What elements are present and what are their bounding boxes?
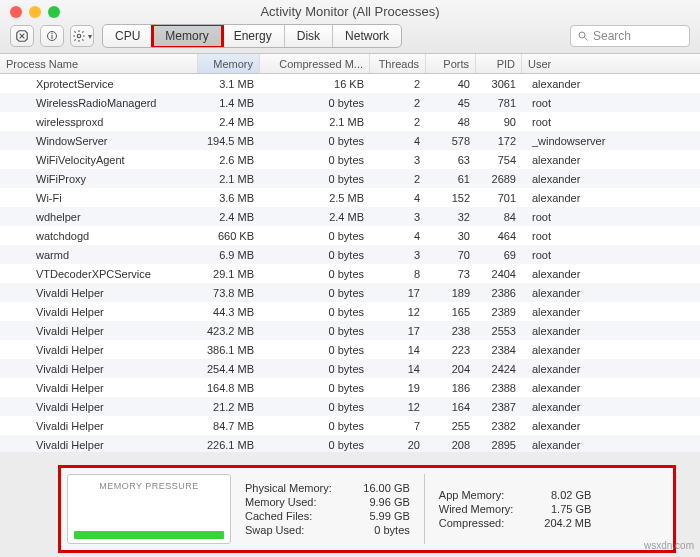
table-row[interactable]: Vivaldi Helper254.4 MB0 bytes142042424al… — [0, 359, 700, 378]
process-threads: 4 — [370, 230, 426, 242]
process-user: root — [522, 97, 700, 109]
process-compressed: 0 bytes — [260, 439, 370, 451]
tab-memory[interactable]: Memory — [153, 25, 221, 47]
table-row[interactable]: Vivaldi Helper386.1 MB0 bytes142232384al… — [0, 340, 700, 359]
memory-pressure-bar — [74, 531, 224, 539]
process-ports: 152 — [426, 192, 476, 204]
process-ports: 40 — [426, 78, 476, 90]
process-pid: 2387 — [476, 401, 522, 413]
process-compressed: 0 bytes — [260, 382, 370, 394]
header-memory[interactable]: Memory — [198, 54, 260, 73]
cached-files-label: Cached Files: — [245, 510, 312, 522]
process-pid: 464 — [476, 230, 522, 242]
process-pid: 90 — [476, 116, 522, 128]
table-row[interactable]: VTDecoderXPCService29.1 MB0 bytes8732404… — [0, 264, 700, 283]
process-pid: 2689 — [476, 173, 522, 185]
header-process-name[interactable]: Process Name — [0, 54, 198, 73]
process-compressed: 0 bytes — [260, 306, 370, 318]
compressed-value: 204.2 MB — [531, 517, 591, 529]
process-threads: 17 — [370, 325, 426, 337]
process-pid: 701 — [476, 192, 522, 204]
minimize-window-button[interactable] — [29, 6, 41, 18]
process-name: Vivaldi Helper — [0, 287, 198, 299]
process-memory: 164.8 MB — [198, 382, 260, 394]
swap-used-label: Swap Used: — [245, 524, 304, 536]
options-menu-button[interactable]: ▾ — [70, 25, 94, 47]
process-threads: 20 — [370, 439, 426, 451]
process-memory: 84.7 MB — [198, 420, 260, 432]
process-pid: 2384 — [476, 344, 522, 356]
header-threads[interactable]: Threads — [370, 54, 426, 73]
svg-point-6 — [77, 34, 81, 38]
header-ports[interactable]: Ports — [426, 54, 476, 73]
process-ports: 30 — [426, 230, 476, 242]
process-name: watchdogd — [0, 230, 198, 242]
table-row[interactable]: Vivaldi Helper226.1 MB0 bytes202082895al… — [0, 435, 700, 452]
tab-energy[interactable]: Energy — [222, 25, 285, 47]
header-pid[interactable]: PID — [476, 54, 522, 73]
process-ports: 165 — [426, 306, 476, 318]
process-compressed: 0 bytes — [260, 230, 370, 242]
table-row[interactable]: wirelessproxd2.4 MB2.1 MB24890root — [0, 112, 700, 131]
process-memory: 660 KB — [198, 230, 260, 242]
process-name: WindowServer — [0, 135, 198, 147]
gear-icon — [72, 29, 86, 43]
table-row[interactable]: XprotectService3.1 MB16 KB2403061alexand… — [0, 74, 700, 93]
cached-files-value: 5.99 GB — [350, 510, 410, 522]
stop-icon — [15, 29, 29, 43]
info-button[interactable] — [40, 25, 64, 47]
wired-memory-value: 1.75 GB — [531, 503, 591, 515]
process-ports: 204 — [426, 363, 476, 375]
process-name: warmd — [0, 249, 198, 261]
table-row[interactable]: watchdogd660 KB0 bytes430464root — [0, 226, 700, 245]
process-ports: 45 — [426, 97, 476, 109]
header-user[interactable]: User — [522, 54, 700, 73]
process-name: Vivaldi Helper — [0, 439, 198, 451]
process-memory: 226.1 MB — [198, 439, 260, 451]
table-row[interactable]: wdhelper2.4 MB2.4 MB33284root — [0, 207, 700, 226]
table-row[interactable]: Vivaldi Helper21.2 MB0 bytes121642387ale… — [0, 397, 700, 416]
process-name: Vivaldi Helper — [0, 420, 198, 432]
process-pid: 2895 — [476, 439, 522, 451]
process-name: Vivaldi Helper — [0, 325, 198, 337]
tab-cpu[interactable]: CPU — [103, 25, 153, 47]
table-row[interactable]: Wi-Fi3.6 MB2.5 MB4152701alexander — [0, 188, 700, 207]
table-row[interactable]: warmd6.9 MB0 bytes37069root — [0, 245, 700, 264]
process-compressed: 0 bytes — [260, 363, 370, 375]
search-input[interactable]: Search — [570, 25, 690, 47]
table-row[interactable]: WiFiVelocityAgent2.6 MB0 bytes363754alex… — [0, 150, 700, 169]
process-memory: 2.6 MB — [198, 154, 260, 166]
process-compressed: 2.4 MB — [260, 211, 370, 223]
table-row[interactable]: WindowServer194.5 MB0 bytes4578172_windo… — [0, 131, 700, 150]
process-name: wirelessproxd — [0, 116, 198, 128]
process-compressed: 0 bytes — [260, 97, 370, 109]
table-row[interactable]: Vivaldi Helper73.8 MB0 bytes171892386ale… — [0, 283, 700, 302]
process-user: alexander — [522, 154, 700, 166]
process-threads: 14 — [370, 344, 426, 356]
process-memory: 2.1 MB — [198, 173, 260, 185]
search-placeholder: Search — [593, 29, 631, 43]
stop-process-button[interactable] — [10, 25, 34, 47]
table-row[interactable]: Vivaldi Helper423.2 MB0 bytes172382553al… — [0, 321, 700, 340]
zoom-window-button[interactable] — [48, 6, 60, 18]
table-row[interactable]: WirelessRadioManagerd1.4 MB0 bytes245781… — [0, 93, 700, 112]
header-compressed[interactable]: Compressed M... — [260, 54, 370, 73]
process-ports: 238 — [426, 325, 476, 337]
close-window-button[interactable] — [10, 6, 22, 18]
tab-network[interactable]: Network — [333, 25, 401, 47]
process-ports: 186 — [426, 382, 476, 394]
process-table: XprotectService3.1 MB16 KB2403061alexand… — [0, 74, 700, 452]
process-name: VTDecoderXPCService — [0, 268, 198, 280]
process-memory: 2.4 MB — [198, 211, 260, 223]
process-ports: 48 — [426, 116, 476, 128]
process-user: root — [522, 211, 700, 223]
table-row[interactable]: WiFiProxy2.1 MB0 bytes2612689alexander — [0, 169, 700, 188]
process-ports: 164 — [426, 401, 476, 413]
table-row[interactable]: Vivaldi Helper44.3 MB0 bytes121652389ale… — [0, 302, 700, 321]
table-row[interactable]: Vivaldi Helper164.8 MB0 bytes191862388al… — [0, 378, 700, 397]
tab-disk[interactable]: Disk — [285, 25, 333, 47]
process-compressed: 0 bytes — [260, 173, 370, 185]
process-ports: 73 — [426, 268, 476, 280]
memory-pressure-label: MEMORY PRESSURE — [68, 475, 230, 491]
table-row[interactable]: Vivaldi Helper84.7 MB0 bytes72552382alex… — [0, 416, 700, 435]
